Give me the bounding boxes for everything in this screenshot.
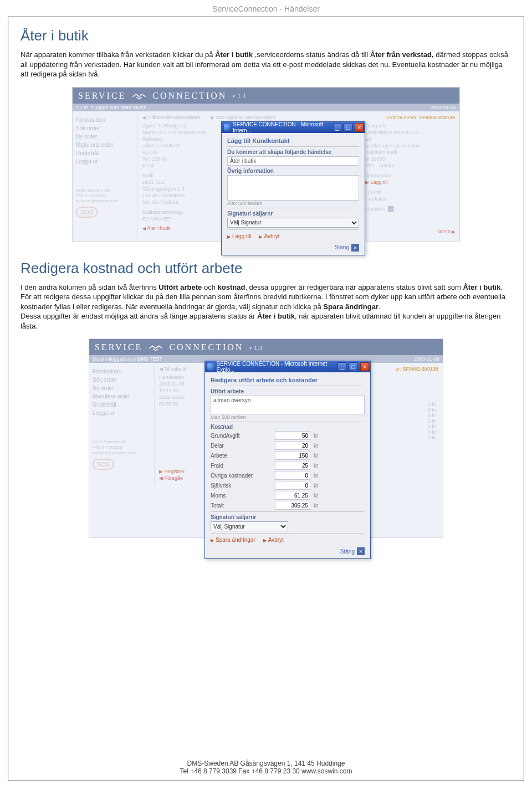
vendor-line: support@soswin.com [76,198,134,204]
brand-a: SERVICE [78,91,126,101]
text-bold: Åter i butik [215,50,253,59]
sidebar-item[interactable]: Ny order [76,132,134,141]
brand-version: v 1.1 [249,345,263,351]
section1-title: Åter i butik [21,27,511,44]
sidebar-item[interactable]: Ny order [93,384,151,392]
cancel-button[interactable]: Avbryt [259,233,279,239]
cancel-button[interactable]: Avbryt [263,537,284,543]
page-frame: Åter i butik När apparaten kommer tillba… [8,17,524,781]
close-button[interactable]: × [360,362,369,371]
cost-label: Delar [211,443,272,449]
titlebar[interactable]: SERVICE CONNECTION - Microsoft Intern...… [222,122,365,133]
signature-select[interactable]: Välj Signatur [211,521,288,531]
add-button[interactable]: Lägg till [227,233,251,239]
cost-grid: Kostnad GrundAvgiftkr Delarkr Arbetekr F… [211,424,365,510]
sidebar-item[interactable]: Logga ut [93,409,151,417]
work-textarea[interactable]: allmän översyn [211,396,365,414]
next-link[interactable]: Nästa [437,229,455,234]
content: ◀ Tillbaka till sökresultatet ▶ Gör kopi… [138,111,459,238]
cost-label: Frakt [211,463,272,469]
brand-version: v 1.1 [232,93,246,99]
back-link[interactable]: ◀ Tillbaka til [159,366,186,372]
text-bold: Åter i butik [257,312,295,320]
app-body: Förstasidan Sök order Ny order Makulera … [89,363,443,485]
cost-label: Arbete [211,453,272,459]
text: och [202,283,217,291]
close-icon[interactable]: × [351,244,359,252]
cost-input[interactable] [275,431,310,440]
text-bold: Åter från verkstad, [370,50,434,59]
popup-body: Redigera utfört arbete och kostander Utf… [205,372,370,558]
ater-i-butik-link[interactable]: Åter i butik [142,225,171,231]
sidebar-item[interactable]: Sök order [76,124,134,132]
close-button[interactable]: × [355,123,364,132]
sidebar-item[interactable]: Sök order [93,376,151,384]
handshake-icon [148,342,163,352]
sub-label: Du kommer att skapa följande händelse [227,149,359,155]
hint: Max 500 tecken [227,201,359,206]
save-button[interactable]: Spara ändringar [211,537,255,543]
brand-a: SERVICE [95,342,142,352]
section2-body: I den andra kolumen på sidan två återfin… [21,283,511,331]
cost-label: GrundAvgift [211,433,272,439]
login-strip: Du är inloggad som DMS TEST 2003-01-06 [73,104,459,111]
vendor-line: +46 8 7793039 [76,193,134,198]
cost-input[interactable] [275,451,310,460]
close-label: Stäng [335,244,349,250]
sidebar-item[interactable]: Makulera order [93,392,151,401]
app-body: Förstasidan Sök order Ny order Makulera … [73,111,459,238]
text: Gör kopia av serviceordern [216,115,275,120]
extra-label: Övrig information [227,168,359,174]
titlebar[interactable]: SERVICE CONNECTION - Microsoft Internet … [205,361,370,372]
back-link[interactable]: ◀ Tillbaka till sökresultatet [142,115,201,120]
signature-select[interactable]: Välj Signatur [227,218,359,228]
brand-b: CONNECTION [152,91,227,101]
cost-input[interactable] [275,441,310,450]
popup-title: SERVICE CONNECTION - Microsoft Intern... [233,121,328,134]
sidebar-item[interactable]: Makulera order [76,141,134,149]
popup-head: Lägg till Kundkontakt [227,137,359,144]
cost-input[interactable] [275,501,310,510]
cost-input[interactable] [275,491,310,500]
cost-label: Självrisk [211,483,272,489]
popup-add-contact: SERVICE CONNECTION - Microsoft Intern...… [221,121,365,255]
brandbar: SERVICE CONNECTION v 1.1 [73,88,459,104]
text: I den andra kolumen på sidan två återfin… [21,283,158,291]
brand-b: CONNECTION [169,342,243,352]
work-label: Utfört arbete [211,388,365,394]
extra-textarea[interactable] [227,175,359,201]
login-user: DMS TEST [121,105,146,110]
text: När apparaten kommer tillbaka från verks… [21,50,215,59]
page-footer: DMS-Sweden AB Gåsängsvägen 1, 141 45 Hud… [8,760,524,775]
sidebar: Förstasidan Sök order Ny order Makulera … [89,363,155,485]
cost-input[interactable] [275,461,310,470]
popup-head: Redigera utfört arbete och kostander [211,377,365,383]
order-number: Ordernummer: SF0002-200139 [385,115,455,120]
sig-label: Signatur/ säljarnr [211,514,365,520]
cost-label: Övriga kostnader [211,473,272,479]
maximize-button[interactable]: □ [344,123,352,132]
sidebar-item[interactable]: Förstasidan [93,367,151,376]
sidebar-item[interactable]: Underhåll [93,401,151,409]
maximize-button[interactable]: □ [349,362,357,371]
text: Tillbaka till sökresultatet [147,115,200,120]
sidebar-item[interactable]: Förstasidan [76,116,134,124]
vendor-line: DMS Sweden AB [76,188,134,193]
ie-icon [224,124,231,131]
sidebar-item[interactable]: Logga ut [76,157,134,166]
hint: Max 500 tecken [211,414,365,420]
handshake-icon [131,91,147,101]
page-header: ServiceConnection - Händelser [0,0,532,17]
copy-link[interactable]: ▶ Gör kopia av serviceordern [211,115,276,120]
footer-line: Tel +46 8 779 3039 Fax +46 8 779 23 30 w… [8,767,524,775]
cost-input[interactable] [275,471,310,480]
minimize-button[interactable]: _ [333,123,342,132]
cost-input[interactable] [275,481,310,490]
minimize-button[interactable]: _ [337,362,346,371]
sidebar-item[interactable]: Underhåll [76,149,134,157]
ie-icon [207,363,214,371]
sidebar: Förstasidan Sök order Ny order Makulera … [73,111,138,238]
text-bold: Åter i butik [463,283,500,291]
login-prefix: Du är inloggad som [76,105,121,110]
close-icon[interactable]: × [357,547,365,555]
